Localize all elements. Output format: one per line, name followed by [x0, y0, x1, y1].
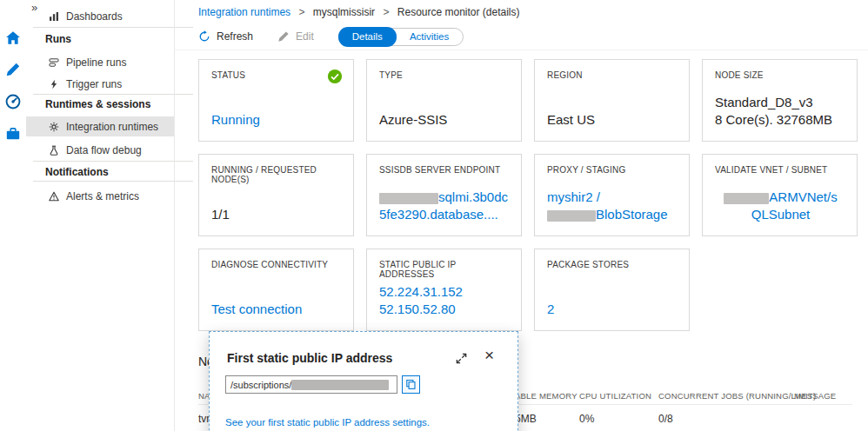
proxy-line1: myshir2 / [547, 189, 678, 206]
dialog-title: First static public IP address [227, 351, 392, 365]
static-ip-2: 52.150.52.80 [379, 301, 511, 318]
type-value: Azure-SSIS [379, 111, 511, 129]
toolbar-divider [174, 50, 868, 50]
node-size-value: Standard_D8_v3 8 Core(s). 32768MB [715, 94, 846, 129]
vnet-subnet-link[interactable]: ARMVNet/s QLSubnet [715, 189, 846, 223]
sidebar-item-integration-runtimes[interactable]: Integration runtimes [26, 116, 174, 136]
sidebar-item-trigger-runs[interactable]: Trigger runs [26, 74, 174, 94]
sidebar-divider-line [174, 0, 175, 431]
breadcrumb-integration-runtimes[interactable]: Integration runtimes [198, 6, 290, 18]
card-title: TYPE [379, 70, 509, 80]
sidebar-item-label: Data flow debug [66, 144, 142, 156]
endpoint-line2: 5fe3290.database.... [379, 206, 511, 223]
sidebar-item-label: Dashboards [66, 10, 123, 23]
redaction-block [379, 193, 438, 204]
card-proxy-staging: PROXY / STAGING myshir2 / BlobStorage [534, 154, 690, 236]
sidebar-item-dashboards[interactable]: Dashboards [26, 6, 174, 26]
card-ssisdb-endpoint: SSISDB SERVER ENDPOINT sqlmi.3b0dc 5fe32… [366, 154, 522, 236]
sidebar: » Dashboards Runs Pipeline runs Trigger … [26, 0, 174, 431]
card-title: RUNNING / REQUESTED NODE(S) [211, 165, 341, 184]
card-running-nodes: RUNNING / REQUESTED NODE(S) 1/1 [198, 154, 354, 236]
resource-monitor-page: » Dashboards Runs Pipeline runs Trigger … [0, 0, 868, 431]
node-row-jobs: 0/8 [658, 413, 673, 425]
card-title: PACKAGE STORES [547, 260, 677, 269]
sidebar-item-label: Trigger runs [66, 78, 122, 90]
tab-details[interactable]: Details [338, 27, 397, 47]
card-static-ips: STATIC PUBLIC IP ADDRESSES 52.224.31.152… [366, 249, 522, 331]
card-title: VALIDATE VNET / SUBNET [715, 165, 845, 175]
expand-icon[interactable] [455, 352, 468, 365]
node-row-cpu: 0% [579, 413, 594, 425]
region-value: East US [547, 111, 678, 129]
status-check-icon [327, 69, 343, 84]
details-activities-toggle: Details Activities [338, 28, 464, 46]
author-pencil-icon[interactable] [5, 62, 21, 77]
node-size-line1: Standard_D8_v3 [715, 94, 846, 111]
card-title: REGION [547, 70, 677, 80]
static-ip-1: 52.224.31.152 [379, 283, 511, 301]
card-title: PROXY / STAGING [547, 165, 677, 175]
proxy-line2: BlobStorage [547, 206, 678, 223]
node-size-line2: 8 Core(s). 32768MB [715, 111, 846, 129]
data-flow-debug-icon [49, 145, 59, 156]
sidebar-item-data-flow-debug[interactable]: Data flow debug [26, 140, 174, 160]
col-header-concurrent-jobs: CONCURRENT JOBS (RUNNING/LIMIT) [658, 391, 816, 401]
copy-button[interactable] [402, 375, 420, 394]
close-icon[interactable]: × [484, 344, 494, 368]
monitor-gauge-icon[interactable] [5, 94, 21, 109]
col-header-message: MESSAGE [794, 391, 836, 401]
card-vnet-subnet: VALIDATE VNET / SUBNET ARMVNet/s QLSubne… [702, 154, 858, 236]
breadcrumb-separator: > [383, 6, 389, 18]
ssisdb-endpoint-link[interactable]: sqlmi.3b0dc 5fe3290.database.... [379, 189, 511, 223]
card-status: STATUS Running [198, 59, 354, 142]
integration-runtimes-icon [49, 122, 59, 132]
card-diagnose-connectivity: DIAGNOSE CONNECTIVITY Test connection [198, 249, 354, 331]
static-ips-link[interactable]: 52.224.31.152 52.150.52.80 [379, 283, 511, 318]
copy-icon [405, 379, 417, 390]
nav-rail [0, 0, 26, 431]
sidebar-item-label: Integration runtimes [66, 121, 158, 133]
running-nodes-value: 1/1 [211, 206, 343, 223]
card-title: STATUS [211, 70, 341, 80]
sidebar-item-alerts-metrics[interactable]: Alerts & metrics [26, 186, 174, 206]
vnet-line2: QLSubnet [715, 206, 846, 223]
proxy-staging-link[interactable]: myshir2 / BlobStorage [547, 189, 678, 223]
card-type: TYPE Azure-SSIS [366, 59, 522, 142]
card-title: STATIC PUBLIC IP ADDRESSES [379, 260, 509, 279]
breadcrumb-runtime-name[interactable]: mysqlmissisir [313, 6, 375, 18]
card-region: REGION East US [534, 59, 690, 142]
breadcrumb: Integration runtimes > mysqlmissisir > R… [198, 6, 520, 18]
redaction-block [291, 380, 389, 390]
home-icon[interactable] [5, 30, 21, 46]
status-value[interactable]: Running [211, 111, 343, 129]
card-node-size: NODE SIZE Standard_D8_v3 8 Core(s). 3276… [702, 59, 858, 142]
manage-toolbox-icon[interactable] [5, 126, 21, 142]
tab-activities[interactable]: Activities [396, 28, 463, 46]
cards-grid: STATUS Running TYPE Azure-SSIS REGION Ea… [198, 59, 858, 331]
edit-button[interactable]: Edit [277, 30, 314, 43]
card-title: SSISDB SERVER ENDPOINT [379, 165, 509, 175]
breadcrumb-current-page: Resource monitor (details) [397, 6, 520, 18]
input-value: /subscriptions/ [230, 380, 291, 390]
subscription-path-input[interactable]: /subscriptions/ [225, 375, 397, 394]
package-stores-link[interactable]: 2 [547, 301, 678, 318]
card-title: NODE SIZE [715, 70, 845, 80]
toolbar: Refresh Edit Details Activities [198, 26, 464, 47]
ip-settings-link[interactable]: See your first static public IP address … [225, 417, 430, 428]
vnet-line1: ARMVNet/s [715, 189, 846, 206]
redaction-block [547, 210, 596, 222]
sidebar-divider [33, 94, 193, 95]
redaction-block [724, 193, 769, 204]
test-connection-link[interactable]: Test connection [211, 301, 343, 318]
refresh-label: Refresh [217, 30, 253, 43]
sidebar-section-runtimes: Runtimes & sessions [45, 98, 150, 110]
sidebar-item-pipeline-runs[interactable]: Pipeline runs [26, 52, 174, 72]
edit-pencil-icon [277, 30, 290, 43]
col-header-available-memory: ABLE MEMORY [515, 391, 578, 401]
sidebar-divider [33, 27, 193, 28]
sidebar-item-label: Pipeline runs [66, 56, 126, 69]
edit-label: Edit [296, 30, 314, 43]
dashboards-icon [49, 11, 59, 22]
trigger-runs-icon [49, 79, 59, 90]
refresh-button[interactable]: Refresh [198, 30, 253, 43]
